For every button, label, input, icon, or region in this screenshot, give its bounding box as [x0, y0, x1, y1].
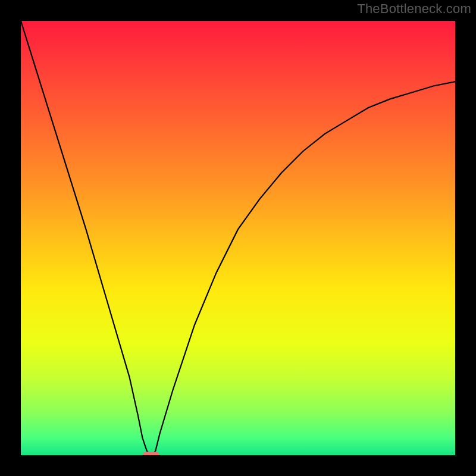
gradient-background	[21, 21, 455, 455]
watermark-text: TheBottleneck.com	[357, 1, 471, 17]
chart-svg	[21, 21, 455, 455]
chart-frame: TheBottleneck.com	[0, 0, 476, 476]
plot-area	[21, 21, 455, 455]
optimal-point-marker	[143, 452, 159, 455]
